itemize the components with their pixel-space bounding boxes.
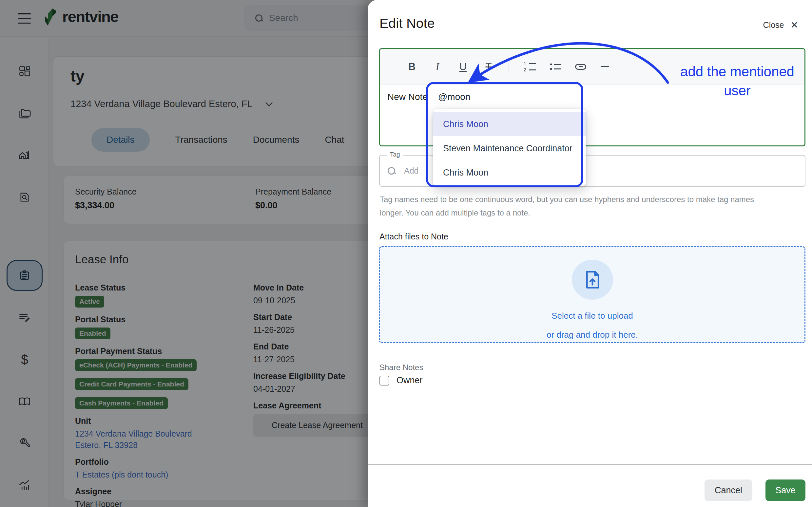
tag-search-icon [388, 167, 395, 175]
save-button[interactable]: Save [765, 480, 805, 501]
rentvine-app: rentvine Search [0, 0, 812, 507]
upload-icon-circle [572, 260, 613, 300]
owner-checkbox[interactable] [379, 376, 389, 386]
mention-query-text: @moon [438, 92, 470, 102]
horizontal-rule-icon[interactable] [601, 66, 609, 67]
modal-title: Edit Note [379, 16, 435, 31]
toolbar-divider [508, 61, 509, 73]
bold-icon[interactable]: B [406, 61, 418, 73]
share-owner-option: Owner [379, 375, 423, 386]
modal-footer: Cancel Save [368, 464, 812, 507]
edit-note-modal: Edit Note Close ✕ B I U T 1 2 [368, 0, 812, 507]
strikethrough-icon[interactable]: T [483, 61, 494, 73]
tag-placeholder: Add [404, 166, 419, 176]
bullet-list-icon[interactable] [550, 63, 561, 70]
cancel-button[interactable]: Cancel [705, 480, 752, 501]
share-notes-label: Share Notes [379, 363, 423, 372]
note-text[interactable]: New Note@moon [387, 92, 470, 102]
attach-files-label: Attach files to Note [379, 232, 448, 241]
link-icon[interactable] [575, 64, 586, 70]
editor-toolbar: B I U T 1 2 [380, 49, 805, 84]
close-button[interactable]: Close ✕ [763, 20, 798, 31]
upload-hint-text: or drag and drop it here. [547, 327, 638, 342]
mention-dropdown: Chris Moon Steven Maintenance Coordinato… [433, 109, 586, 186]
mention-option[interactable]: Chris Moon [433, 112, 586, 136]
tag-help-text: Tag names need to be one continuous word… [380, 192, 793, 219]
tag-field-label: Tag [387, 151, 403, 158]
file-dropzone[interactable]: Select a file to upload or drag and drop… [379, 246, 805, 343]
mention-option[interactable]: Steven Maintenance Coordinator [433, 136, 586, 161]
ordered-list-icon[interactable]: 1 2 [524, 62, 536, 71]
close-icon: ✕ [791, 20, 798, 31]
italic-icon[interactable]: I [432, 61, 443, 73]
owner-checkbox-label: Owner [396, 375, 423, 386]
underline-icon[interactable]: U [457, 61, 469, 73]
upload-link-text[interactable]: Select a file to upload [551, 308, 633, 323]
mention-option[interactable]: Chris Moon [433, 161, 586, 185]
file-upload-icon [584, 270, 601, 289]
